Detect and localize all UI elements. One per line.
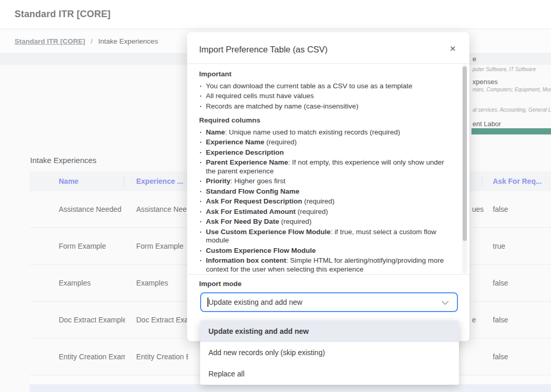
cell-ask-for-req: false — [493, 191, 508, 228]
important-heading: Important — [199, 70, 451, 79]
cell-experience: Entity Creation Exa — [136, 339, 188, 375]
cell-ask-for-req: true — [493, 228, 505, 265]
chevron-down-icon — [442, 298, 449, 305]
column-term: Custom Experience Flow Module — [206, 247, 316, 254]
background-fragment-text: ent Labor — [473, 120, 551, 128]
cell-name: Form Example — [59, 228, 125, 265]
column-term: Experience Description — [206, 148, 284, 156]
bullet-item: Use Custom Experience Flow Module: if tr… — [199, 228, 451, 245]
column-term: Information box content — [206, 256, 286, 264]
column-divider — [482, 177, 482, 186]
pagination-strip — [30, 384, 551, 392]
cell-name: Doc Extract Example — [59, 302, 125, 339]
column-header-experience: Experience ... — [136, 171, 183, 191]
column-term: Experience Name — [206, 138, 265, 146]
import-mode-dropdown: Update existing and add newAdd new recor… — [200, 320, 459, 385]
breadcrumb-link-standard-itr[interactable]: Standard ITR [CORE] — [15, 37, 85, 45]
bullet-item: Parent Experience Name: If not empty, th… — [199, 158, 451, 175]
cell-ask-for-req: false — [493, 339, 508, 375]
breadcrumb-current: Intake Experiences — [98, 37, 158, 45]
cell-experience: Doc Extract Exa — [136, 302, 188, 339]
cell-name: Assistance Needed — [59, 191, 125, 228]
bullet-item: All required cells must have values — [199, 92, 451, 101]
important-bullet-list: You can download the current table as a … — [199, 82, 451, 111]
column-term: Name — [206, 128, 225, 136]
background-fragment-text: al services, Accounting, General Legal, … — [473, 107, 551, 113]
bullet-item: Ask For Estimated Amount (required) — [199, 208, 451, 217]
required-columns-bullet-list: Name: Unique name used to match existing… — [199, 128, 451, 275]
column-term: Use Custom Experience Flow Module — [206, 228, 331, 236]
import-mode-selected-value: Update existing and add new — [208, 293, 303, 311]
cell-ask-for-req: false — [493, 302, 508, 339]
bullet-item: Priority: Higher goes first — [199, 177, 451, 186]
modal-title: Import Preference Table (as CSV) — [199, 45, 327, 55]
required-columns-heading: Required columns — [199, 116, 451, 125]
bullet-item: Information box content: Simple HTML for… — [199, 256, 451, 274]
cell-experience: Form Example — [136, 228, 188, 265]
page-title: Standard ITR [CORE] — [15, 9, 111, 20]
breadcrumb-separator: / — [91, 37, 93, 45]
modal-scrollbar-thumb[interactable] — [463, 66, 467, 241]
app-frame: Standard ITR [CORE] Standard ITR [CORE] … — [0, 0, 551, 392]
cell-name: Entity Creation Exam — [59, 339, 125, 375]
category-progress-bar — [471, 128, 551, 134]
bullet-item: Records are matched by name (case-insens… — [199, 102, 451, 111]
column-term: Priority — [206, 177, 230, 185]
column-header-name: Name — [59, 171, 78, 191]
dropdown-option[interactable]: Replace all — [200, 363, 459, 385]
cell-partial: e — [472, 302, 489, 339]
modal-content-divider — [187, 274, 469, 275]
column-term: Ask For Estimated Amount — [206, 208, 296, 215]
bullet-item: Custom Experience Flow Module — [199, 247, 451, 255]
breadcrumb: Standard ITR [CORE] / Intake Experiences — [15, 37, 158, 45]
modal-scroll-content: Important You can download the current t… — [199, 64, 451, 274]
import-mode-label: Import mode — [199, 280, 242, 288]
table-section-label: Intake Experiences — [30, 156, 97, 165]
bullet-item: You can download the current table as a … — [199, 82, 451, 91]
cell-experience: Assistance Nee — [136, 191, 188, 228]
column-term: Parent Experience Name — [206, 158, 288, 166]
column-term: Ask For Request Description — [206, 197, 302, 205]
background-fragment-text: puter Software, IT Software — [473, 66, 551, 72]
background-fragment-text: xpenses — [473, 78, 551, 86]
bullet-item: Ask For Request Description (required) — [199, 197, 451, 206]
page-header: Standard ITR [CORE] — [0, 0, 551, 29]
import-mode-select[interactable]: Update existing and add new — [200, 292, 458, 312]
column-term: Ask For Need By Date — [206, 218, 279, 225]
bullet-item: Standard Flow Config Name — [199, 187, 451, 196]
cell-ask-for-req: false — [493, 265, 508, 302]
import-preference-modal: Import Preference Table (as CSV) ✕ Impor… — [187, 32, 469, 341]
column-header-ask-for-req: Ask For Req... — [493, 171, 542, 191]
cell-name: Examples — [59, 265, 125, 302]
bullet-item: Experience Description — [199, 148, 451, 157]
bullet-item: Name: Unique name used to match existing… — [199, 128, 451, 137]
close-icon[interactable]: ✕ — [448, 44, 458, 54]
column-term: Standard Flow Config Name — [206, 187, 299, 195]
dropdown-option[interactable]: Add new records only (skip existing) — [200, 342, 459, 363]
bullet-item: Experience Name (required) — [199, 138, 451, 147]
cell-experience: Examples — [136, 265, 188, 302]
dropdown-option[interactable]: Update existing and add new — [200, 320, 459, 342]
background-fragment-text: nses, Computers; Equipment, Monitors, Pr… — [473, 87, 551, 92]
column-divider — [124, 177, 124, 186]
background-fragment-text: e — [473, 55, 551, 63]
cell-partial: ues — [472, 191, 489, 228]
bullet-item: Ask For Need By Date (required) — [199, 218, 451, 226]
